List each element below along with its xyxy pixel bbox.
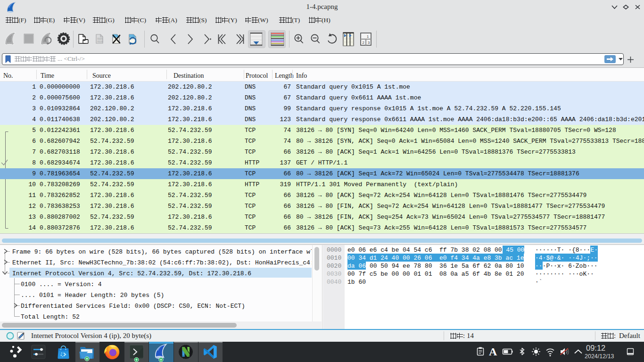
svg-text:1: 1	[367, 34, 369, 39]
svg-text:2024/12/13: 2024/12/13	[585, 353, 614, 360]
svg-text:0110: 0110	[98, 41, 103, 43]
svg-text:3: 3	[368, 41, 370, 45]
svg-text:09:12: 09:12	[586, 344, 605, 352]
svg-text:2: 2	[363, 41, 364, 45]
svg-text:A: A	[489, 346, 497, 358]
